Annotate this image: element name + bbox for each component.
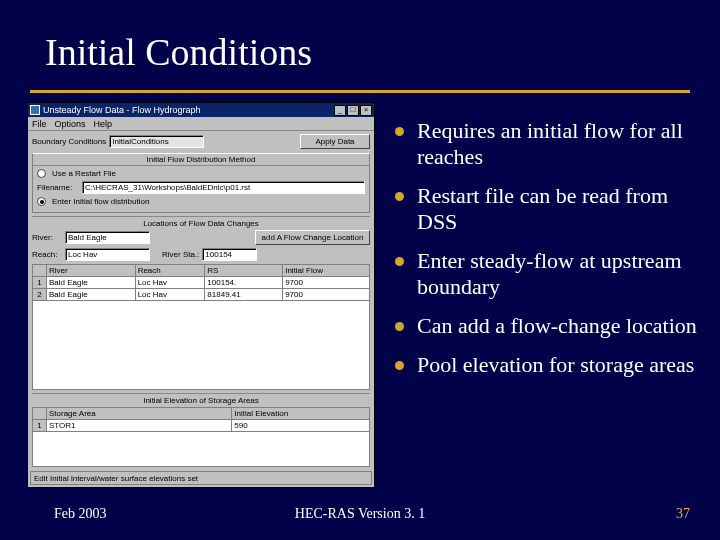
storage-panel-title: Initial Elevation of Storage Areas xyxy=(32,396,370,405)
minimize-button[interactable]: _ xyxy=(334,105,346,116)
menu-options[interactable]: Options xyxy=(55,119,86,129)
enter-initial-flow-radio[interactable] xyxy=(37,197,46,206)
cell[interactable]: Bald Eagle xyxy=(47,289,136,301)
status-text: Edit Initial interval/water surface elev… xyxy=(34,474,198,483)
col-storage-area: Storage Area xyxy=(47,408,232,420)
list-item: Requires an initial flow for all reaches xyxy=(395,118,705,170)
window-title: Unsteady Flow Data - Flow Hydrograph xyxy=(43,105,334,115)
statusbar: Edit Initial interval/water surface elev… xyxy=(30,471,372,485)
table-row[interactable]: 1 Bald Eagle Loc Hav 100154. 9700 xyxy=(33,277,370,289)
river-select[interactable]: Bald Eagle xyxy=(65,231,150,244)
cell[interactable]: Loc Hav xyxy=(135,289,205,301)
filename-label: Filename: xyxy=(37,183,79,192)
list-item: Enter steady-flow at upstream boundary xyxy=(395,248,705,300)
col-initial-elevation: Initial Elevation xyxy=(232,408,370,420)
use-restart-radio[interactable] xyxy=(37,169,46,178)
river-sta-select[interactable]: 100154 xyxy=(202,248,257,261)
cell[interactable]: Bald Eagle xyxy=(47,277,136,289)
app-window: Unsteady Flow Data - Flow Hydrograph _ □… xyxy=(27,102,375,488)
storage-empty-area xyxy=(32,431,370,467)
window-titlebar: Unsteady Flow Data - Flow Hydrograph _ □… xyxy=(28,103,374,117)
col-reach: Reach xyxy=(135,265,205,277)
footer-page-number: 37 xyxy=(676,506,690,522)
cell[interactable]: 100154. xyxy=(205,277,283,289)
flow-locations-table[interactable]: River Reach RS Initial Flow 1 Bald Eagle… xyxy=(32,264,370,301)
table-row[interactable]: 1 STOR1 590 xyxy=(33,420,370,432)
cell: 1 xyxy=(33,277,47,289)
list-item: Pool elevation for storage areas xyxy=(395,352,705,378)
col-rownum2 xyxy=(33,408,47,420)
col-rs: RS xyxy=(205,265,283,277)
menu-file[interactable]: File xyxy=(32,119,47,129)
add-flow-change-button[interactable]: add A Flow Change Location xyxy=(255,230,370,245)
bullet-list: Requires an initial flow for all reaches… xyxy=(395,118,705,391)
close-button[interactable]: × xyxy=(360,105,372,116)
list-item: Can add a flow-change location xyxy=(395,313,705,339)
cell[interactable]: STOR1 xyxy=(47,420,232,432)
reach-select[interactable]: Loc Hav xyxy=(65,248,150,261)
enter-initial-flow-label: Enter Initial flow distribution xyxy=(52,197,149,206)
boundary-conditions-label: Boundary Conditions xyxy=(32,137,106,146)
storage-areas-table[interactable]: Storage Area Initial Elevation 1 STOR1 5… xyxy=(32,407,370,432)
col-rownum xyxy=(33,265,47,277)
app-icon xyxy=(30,105,40,115)
cell: 2 xyxy=(33,289,47,301)
river-sta-label: River Sta.: xyxy=(162,250,199,259)
reach-label: Reach: xyxy=(32,250,62,259)
apply-data-button[interactable]: Apply Data xyxy=(300,134,370,149)
title-underline xyxy=(30,90,690,93)
boundary-conditions-field[interactable]: InitialConditions xyxy=(109,135,204,148)
cell[interactable]: 590 xyxy=(232,420,370,432)
cell[interactable]: 9700 xyxy=(283,289,370,301)
client-area: Boundary Conditions InitialConditions Ap… xyxy=(28,131,374,471)
slide-title: Initial Conditions xyxy=(45,30,312,74)
cell[interactable]: Loc Hav xyxy=(135,277,205,289)
menubar: File Options Help xyxy=(28,117,374,131)
flow-distribution-group: Initial Flow Distribution Method Use a R… xyxy=(32,153,370,213)
cell: 1 xyxy=(33,420,47,432)
flow-change-panel-title: Locations of Flow Data Changes xyxy=(32,219,370,228)
use-restart-label: Use a Restart File xyxy=(52,169,116,178)
list-item: Restart file can be read from DSS xyxy=(395,183,705,235)
cell[interactable]: 9700 xyxy=(283,277,370,289)
table-row[interactable]: 2 Bald Eagle Loc Hav 81849.41 9700 xyxy=(33,289,370,301)
col-river: River xyxy=(47,265,136,277)
river-label: River: xyxy=(32,233,62,242)
flow-locations-empty-area xyxy=(32,300,370,390)
footer-center: HEC-RAS Version 3. 1 xyxy=(0,506,720,522)
cell[interactable]: 81849.41 xyxy=(205,289,283,301)
col-initialflow: Initial Flow xyxy=(283,265,370,277)
maximize-button[interactable]: □ xyxy=(347,105,359,116)
flow-distribution-group-label: Initial Flow Distribution Method xyxy=(33,154,369,166)
menu-help[interactable]: Help xyxy=(94,119,113,129)
filename-input[interactable]: C:\HECRAS_31\Workshops\BaldEDnlc\p01.rst xyxy=(82,181,365,194)
